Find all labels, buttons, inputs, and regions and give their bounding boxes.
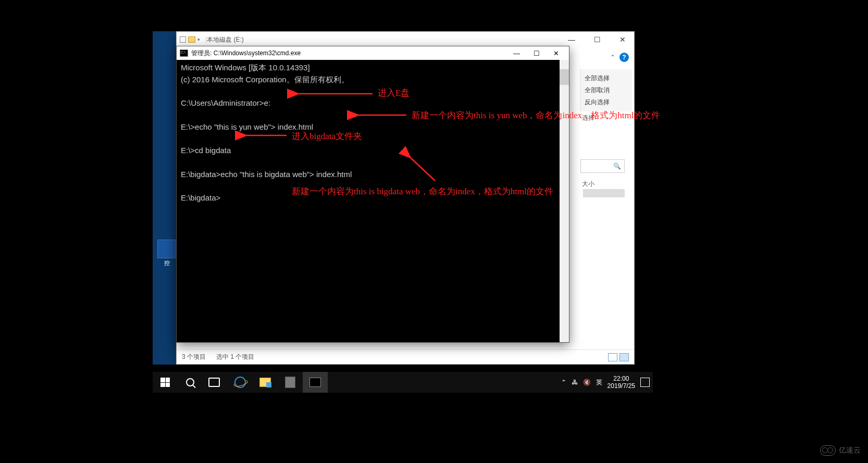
cmd-line: C:\Users\Administrator>e: (181, 98, 270, 107)
ribbon-deselect-all[interactable]: 全部取消 (584, 84, 629, 96)
taskbar-ie[interactable] (228, 372, 253, 393)
cmd-close-button[interactable]: ✕ (547, 48, 566, 59)
start-button[interactable] (153, 372, 178, 393)
help-icon[interactable]: ? (619, 53, 629, 62)
status-item-count: 3 个项目 (182, 353, 206, 361)
ribbon-select-group: 全部选择 全部取消 反向选择 (580, 69, 632, 111)
windows-logo-icon (160, 378, 170, 387)
cmd-taskbar-icon (309, 378, 321, 387)
cmd-icon (180, 49, 188, 57)
annotation-text-3: 进入bigdata文件夹 (292, 130, 362, 142)
cmd-line: E:\bigdata>echo "this is bigdata web"> i… (181, 170, 352, 179)
cmd-output[interactable]: Microsoft Windows [版本 10.0.14393] (c) 20… (177, 60, 569, 342)
explorer-titlebar[interactable]: ▾ | 本地磁盘 (E:) — ☐ ✕ (177, 32, 634, 47)
tray-chevron-icon[interactable]: ⌃ (561, 379, 566, 386)
qat-folder-icon[interactable] (188, 36, 195, 43)
annotation-arrow-4 (406, 155, 443, 186)
taskbar-cmd[interactable] (303, 372, 328, 393)
annotation-arrow-3 (242, 130, 292, 141)
cmd-line: E:\bigdata> (181, 193, 220, 202)
cmd-titlebar[interactable]: 管理员: C:\Windows\system32\cmd.exe — ☐ ✕ (177, 46, 569, 60)
taskbar-server-manager[interactable] (278, 372, 303, 393)
system-tray: ⌃ 🖧 🔇 英 22:00 2019/7/25 (561, 375, 653, 390)
annotation-text-1: 进入E盘 (378, 87, 410, 99)
svg-line-4 (411, 158, 435, 181)
taskbar: ⌃ 🖧 🔇 英 22:00 2019/7/25 (153, 372, 653, 393)
ribbon-select-all[interactable]: 全部选择 (584, 72, 629, 84)
folder-icon (259, 378, 271, 387)
explorer-close-button[interactable]: ✕ (614, 33, 631, 46)
tray-network-icon[interactable]: 🖧 (572, 379, 578, 386)
ribbon-invert-selection[interactable]: 反向选择 (584, 96, 629, 108)
watermark-logo-icon (820, 445, 836, 456)
explorer-minimize-button[interactable]: — (563, 33, 580, 46)
qat-checkbox-icon[interactable] (180, 36, 186, 43)
annotation-text-2: 新建一个内容为this is yun web，命名为index，格式为html的… (412, 109, 660, 121)
file-size-cell (583, 189, 625, 197)
taskbar-explorer[interactable] (253, 372, 278, 393)
ie-icon (234, 377, 246, 388)
qat-dropdown-icon[interactable]: ▾ (197, 37, 200, 42)
taskbar-clock[interactable]: 22:00 2019/7/25 (607, 375, 635, 390)
cmd-maximize-button[interactable]: ☐ (527, 48, 547, 59)
search-icon: 🔍 (613, 162, 621, 170)
notification-center-icon[interactable] (640, 378, 650, 387)
task-view-button[interactable] (203, 372, 228, 393)
explorer-statusbar: 3 个项目 选中 1 个项目 (177, 349, 634, 364)
search-icon (186, 378, 194, 386)
cmd-scrollbar[interactable] (560, 60, 569, 342)
cmd-line: E:\>cd bigdata (181, 146, 231, 155)
cmd-minimize-button[interactable]: — (506, 48, 527, 59)
clock-date: 2019/7/25 (607, 382, 635, 390)
server-icon (285, 377, 295, 388)
annotation-arrow-2 (354, 110, 412, 120)
clock-time: 22:00 (607, 375, 635, 382)
annotation-arrow-1 (294, 89, 378, 99)
cmd-title-text: 管理员: C:\Windows\system32\cmd.exe (191, 49, 301, 58)
task-view-icon (210, 379, 220, 386)
taskbar-search-button[interactable] (178, 372, 203, 393)
tray-volume-icon[interactable]: 🔇 (583, 379, 591, 386)
status-selected-count: 选中 1 个项目 (216, 353, 254, 361)
watermark-text: 亿速云 (839, 446, 861, 455)
ribbon-collapse-icon[interactable]: ⌃ (610, 54, 615, 61)
tray-ime-indicator[interactable]: 英 (596, 378, 602, 387)
view-tiles-icon[interactable] (619, 353, 629, 361)
view-details-icon[interactable] (608, 353, 617, 361)
explorer-title: 本地磁盘 (E:) (207, 35, 244, 44)
annotation-text-4: 新建一个内容为this is bigdata web，命名为index，格式为h… (292, 185, 584, 197)
cmd-scroll-thumb[interactable] (560, 69, 569, 85)
explorer-maximize-button[interactable]: ☐ (589, 33, 606, 46)
watermark: 亿速云 (820, 445, 861, 456)
explorer-search-input[interactable]: 🔍 (580, 159, 625, 173)
cmd-line: (c) 2016 Microsoft Corporation。保留所有权利。 (181, 75, 349, 84)
cmd-line: Microsoft Windows [版本 10.0.14393] (181, 63, 310, 72)
